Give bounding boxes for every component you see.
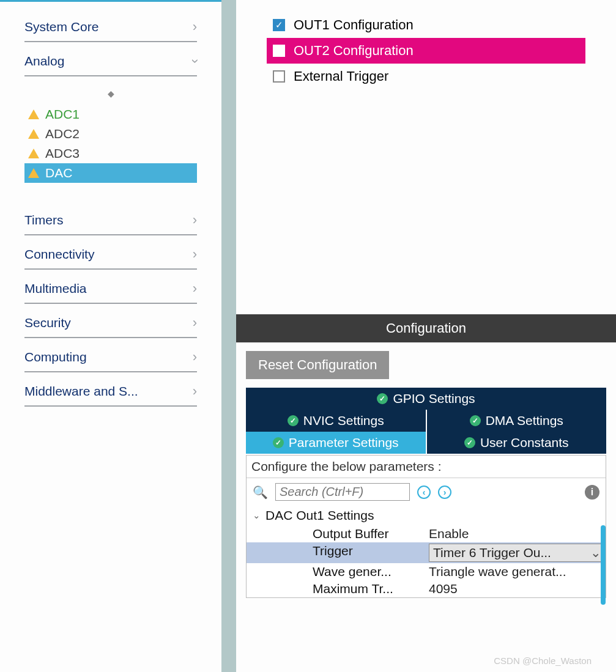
out1-config-check[interactable]: ✓ OUT1 Configuration [267,12,585,38]
watermark: CSDN @Chole_Waston [494,655,592,666]
tab-dma-settings[interactable]: ✓ DMA Settings [427,410,607,432]
drag-handle-icon[interactable]: ◆ [24,89,197,105]
tab-label: NVIC Settings [303,413,384,428]
check-circle-icon: ✓ [288,415,299,426]
category-multimedia[interactable]: Multimedia › [24,270,197,304]
parameter-list: Output Buffer Enable Trigger Timer 6 Tri… [247,525,606,597]
sidebar-item-adc3[interactable]: ADC3 [24,144,197,163]
warning-icon [28,109,39,119]
configuration-header: Configuration [236,314,616,342]
reset-configuration-button[interactable]: Reset Configuration [246,351,389,379]
dac-out1-settings-section[interactable]: ⌄ DAC Out1 Settings [247,506,606,525]
chevron-right-icon: › [193,315,197,331]
check-circle-icon: ✓ [470,415,481,426]
prev-button[interactable]: ‹ [417,486,431,499]
chevron-down-icon: ⌄ [590,545,601,560]
next-button[interactable]: › [438,486,451,499]
sidebar-item-label: ADC1 [45,107,80,122]
tab-user-constants[interactable]: ✓ User Constants [427,432,607,454]
param-key: Maximum Tr... [313,582,429,596]
tab-parameter-settings[interactable]: ✓ Parameter Settings [246,432,426,454]
mode-panel: ✓ OUT1 Configuration OUT2 Configuration … [236,0,616,314]
main-panel: ✓ OUT1 Configuration OUT2 Configuration … [236,0,616,672]
param-key: Output Buffer [313,526,429,541]
chevron-right-icon: › [193,246,197,262]
tab-label: User Constants [480,435,569,450]
chevron-right-icon: › [193,383,197,399]
category-label: Timers [24,213,63,227]
chevron-right-icon: › [193,19,197,35]
warning-icon [28,149,39,158]
category-security[interactable]: Security › [24,304,197,338]
chevron-down-icon: ⌄ [253,510,261,521]
param-value: Triangle wave generat... [429,564,606,579]
chevron-right-icon: › [193,281,197,297]
chevron-right-icon: › [193,349,197,365]
check-label: OUT1 Configuration [294,17,414,33]
out2-config-check[interactable]: OUT2 Configuration [267,38,585,64]
param-maximum-triangle[interactable]: Maximum Tr... 4095 [247,580,606,597]
tab-nvic-settings[interactable]: ✓ NVIC Settings [246,410,426,432]
category-timers[interactable]: Timers › [24,201,197,235]
warning-icon [28,129,39,139]
tab-label: DMA Settings [486,413,563,428]
info-icon[interactable]: i [585,485,599,500]
tab-label: GPIO Settings [393,391,475,406]
configuration-body: Reset Configuration ✓ GPIO Settings ✓ NV… [236,342,616,672]
category-label: Connectivity [24,247,94,262]
checkbox-icon [273,45,285,57]
param-trigger[interactable]: Trigger Timer 6 Trigger Ou... ⌄ [247,542,606,563]
param-key: Trigger [313,544,429,562]
trigger-dropdown[interactable]: Timer 6 Trigger Ou... ⌄ [429,544,606,562]
check-circle-icon: ✓ [273,437,284,448]
category-system-core[interactable]: System Core › [24,8,197,42]
check-label: External Trigger [294,68,388,84]
search-row: 🔍 ‹ › i [247,478,606,506]
tab-row-bottom: ✓ Parameter Settings ✓ User Constants [246,432,606,454]
check-label: OUT2 Configuration [294,43,414,59]
tab-label: Parameter Settings [289,435,399,450]
search-icon[interactable]: 🔍 [253,485,268,500]
search-input[interactable] [275,483,410,501]
analog-sublist: ◆ ADC1 ADC2 ADC3 DAC [24,76,197,201]
parameters-panel: Configure the below parameters : 🔍 ‹ › i… [246,455,606,598]
warning-icon [28,168,39,178]
sidebar-item-adc1[interactable]: ADC1 [24,105,197,124]
param-key: Wave gener... [313,564,429,579]
category-analog[interactable]: Analog › [24,42,197,76]
sidebar: System Core › Analog › ◆ ADC1 ADC2 ADC3 … [0,0,221,672]
chevron-right-icon: › [193,212,197,228]
category-label: Multimedia [24,281,87,296]
param-wave-generation[interactable]: Wave gener... Triangle wave generat... [247,563,606,580]
category-label: System Core [24,20,98,34]
sidebar-item-dac[interactable]: DAC [24,163,197,183]
check-circle-icon: ✓ [464,437,475,448]
sidebar-item-label: ADC2 [45,127,80,141]
param-value: Enable [429,526,606,541]
param-value: 4095 [429,582,606,596]
category-computing[interactable]: Computing › [24,338,197,372]
category-label: Computing [24,350,87,364]
param-value: Timer 6 Trigger Ou... [433,545,551,560]
category-label: Analog [24,54,64,68]
tab-row-mid: ✓ NVIC Settings ✓ DMA Settings [246,410,606,432]
checkbox-icon: ✓ [273,19,285,31]
sidebar-item-label: DAC [45,166,72,180]
category-label: Middleware and S... [24,384,138,399]
category-connectivity[interactable]: Connectivity › [24,235,197,270]
checkbox-icon [273,70,285,83]
tab-row-top: ✓ GPIO Settings [246,388,606,410]
category-middleware[interactable]: Middleware and S... › [24,372,197,407]
chevron-down-icon: › [187,59,202,63]
param-output-buffer[interactable]: Output Buffer Enable [247,525,606,542]
scrollbar-thumb[interactable] [601,525,606,605]
category-label: Security [24,316,71,330]
sidebar-item-label: ADC3 [45,146,80,161]
parameters-description: Configure the below parameters : [247,456,606,478]
section-label: DAC Out1 Settings [265,508,374,523]
check-circle-icon: ✓ [377,393,388,404]
tab-gpio-settings[interactable]: ✓ GPIO Settings [246,388,606,410]
sidebar-item-adc2[interactable]: ADC2 [24,124,197,144]
external-trigger-check[interactable]: External Trigger [267,64,585,89]
